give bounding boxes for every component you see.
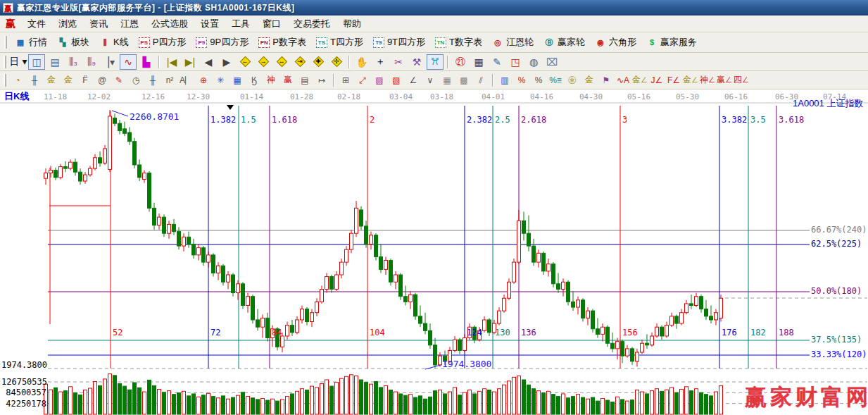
- toolbar-grip[interactable]: [4, 74, 6, 87]
- menu-item-1[interactable]: 文件: [21, 16, 52, 32]
- toolbar-button-period-day-dropdown[interactable]: 日 ▾: [10, 54, 27, 70]
- toolbar-button-notes[interactable]: ✎: [489, 54, 505, 70]
- toolbar-button-red-pen[interactable]: ✎: [111, 73, 127, 87]
- menu-item-10[interactable]: 帮助: [336, 16, 367, 32]
- toolbar-button-si-angle[interactable]: 四∠: [734, 73, 749, 87]
- toolbar-button-f-angle[interactable]: F∠: [666, 73, 681, 87]
- menu-item-9[interactable]: 交易委托: [287, 16, 336, 32]
- toolbar-button-j-angle[interactable]: J∠: [649, 73, 665, 87]
- toolbar-grip[interactable]: [4, 36, 7, 49]
- toolbar-button-k-quote[interactable]: Ӄ: [246, 73, 262, 87]
- menu-item-2[interactable]: 浏览: [52, 16, 83, 32]
- toolbar-button-grid-a[interactable]: ▦: [439, 73, 455, 87]
- toolbar-button-workstation[interactable]: ⌧: [543, 54, 560, 70]
- menu-item-3[interactable]: 资讯: [83, 16, 114, 32]
- toolbar-button-crosshair[interactable]: ＋: [372, 54, 389, 70]
- menu-item-4[interactable]: 江恩: [114, 16, 145, 32]
- toolbar-button-spiral[interactable]: @: [94, 73, 110, 87]
- kline-chart-area[interactable]: 赢家财富网 11-1812-0212-1612-3001-1401-2802-1…: [0, 89, 868, 415]
- toolbar-button-calculator[interactable]: ▦: [470, 54, 487, 70]
- toolbar-button-f-fence[interactable]: F̈: [77, 73, 93, 87]
- toolbar-button-scale-bars[interactable]: ▥: [497, 73, 512, 87]
- toolbar-button-blue-star[interactable]: ✳: [213, 73, 228, 87]
- toolbar-button-shen-angle[interactable]: 神∠: [700, 73, 715, 87]
- toolbar-button-next-bar[interactable]: ▶: [218, 54, 235, 70]
- toolbar-button-a-line[interactable]: A⎸: [179, 73, 194, 87]
- toolbar-button-analysis-brain[interactable]: ꕮ: [427, 54, 444, 70]
- toolbar-button-fence-2[interactable]: ╫: [145, 73, 161, 87]
- toolbar-button-ying-tool[interactable]: 赢: [280, 73, 296, 87]
- toolbar-button-quotes[interactable]: ▦行情: [10, 35, 52, 50]
- toolbar-button-overlay-lines[interactable]: ◫: [28, 54, 45, 70]
- toolbar-button-ruler-123[interactable]: ▤: [297, 73, 313, 87]
- toolbar-button-drawing-kit[interactable]: ⚒: [408, 54, 425, 70]
- toolbar-button-gold-fence-2[interactable]: 金: [61, 73, 76, 87]
- toolbar-button-shen-tool[interactable]: 神: [263, 73, 279, 87]
- toolbar-button-hatch[interactable]: ⫽: [473, 73, 489, 87]
- menu-item-5[interactable]: 公式选股: [145, 16, 194, 32]
- toolbar-button-calendar[interactable]: ㉑: [452, 54, 469, 70]
- toolbar-button-kline[interactable]: ⫼K线: [94, 35, 134, 50]
- toolbar-button-pct-levels[interactable]: %≡: [548, 73, 563, 87]
- toolbar-button-measure[interactable]: ✂: [390, 54, 407, 70]
- toolbar-button-purple-box[interactable]: ▨: [372, 73, 387, 87]
- toolbar-button-pct-plain[interactable]: %: [531, 73, 546, 87]
- toolbar-button-hexagon[interactable]: ◉六角形: [590, 35, 641, 50]
- toolbar-button-bars-3[interactable]: ⫼₃: [65, 54, 82, 70]
- toolbar-button-winner-service[interactable]: $赢家服务: [641, 35, 702, 50]
- toolbar-button-p-number-table[interactable]: PNP数字表: [253, 35, 311, 50]
- toolbar-button-gold-fence-1[interactable]: 金: [44, 73, 59, 87]
- toolbar-button-ying-angle[interactable]: 赢∠: [717, 73, 732, 87]
- toolbar-button-red-target[interactable]: ⊕: [196, 73, 211, 87]
- window-menu-icon[interactable]: 赢: [3, 18, 21, 30]
- toolbar-button-time-clock[interactable]: ◷: [128, 73, 144, 87]
- toolbar-button-sectors[interactable]: ▚板块: [52, 35, 94, 50]
- candlestick-chart[interactable]: [0, 89, 868, 415]
- toolbar-button-grid-b[interactable]: ▩: [456, 73, 472, 87]
- toolbar-button-red-box[interactable]: ▧: [389, 73, 404, 87]
- toolbar-button-fence-1[interactable]: ╫: [27, 73, 42, 87]
- toolbar-button-gann-wheel[interactable]: ◎江恩轮: [487, 35, 539, 50]
- toolbar-grip[interactable]: [4, 56, 6, 68]
- toolbar-button-p-square[interactable]: PSP四方形: [134, 35, 191, 50]
- toolbar-button-blue-grid[interactable]: ▦: [229, 73, 245, 87]
- toolbar-button-network-data[interactable]: ◍: [525, 54, 542, 70]
- toolbar-button-wave-a[interactable]: ∿A: [615, 73, 631, 87]
- toolbar-button-pct-red[interactable]: %: [514, 73, 529, 87]
- toolbar-button-zoom-in-cross[interactable]: ✚: [310, 54, 327, 70]
- toolbar-button-flag-pen[interactable]: ⚑: [598, 73, 614, 87]
- toolbar-button-prev-bar[interactable]: ◀: [200, 54, 217, 70]
- toolbar-button-last-bar[interactable]: ▶|: [182, 54, 199, 70]
- toolbar-button-pin-box[interactable]: ⊞: [338, 73, 353, 87]
- toolbar-button-n-squared[interactable]: n²: [162, 73, 177, 87]
- toolbar-button-gold-angle-1[interactable]: 金∠: [632, 73, 648, 87]
- toolbar-button-9p-square[interactable]: P99P四方形: [191, 35, 253, 50]
- toolbar-button-red-fan[interactable]: ⤢: [355, 73, 370, 87]
- menu-item-6[interactable]: 设置: [194, 16, 225, 32]
- menu-item-7[interactable]: 工具: [225, 16, 256, 32]
- toolbar-button-shift-right[interactable]: →: [255, 54, 272, 70]
- toolbar-button-winner-wheel[interactable]: Ⓑ赢家轮: [539, 35, 590, 50]
- toolbar-button-gold-circle[interactable]: ㊎: [565, 73, 580, 87]
- toolbar-button-bars-9[interactable]: ⫼₉: [83, 54, 100, 70]
- toolbar-button-color-histogram[interactable]: ▙: [138, 54, 155, 70]
- toolbar-button-angle-lines[interactable]: ∠: [405, 73, 421, 87]
- toolbar-button-9t-square[interactable]: T99T四方形: [368, 35, 430, 50]
- toolbar-button-shift-left[interactable]: ←: [237, 54, 253, 70]
- toolbar-button-hand-drag[interactable]: ✋: [353, 54, 370, 70]
- toolbar-button-span-arrows[interactable]: ↦: [314, 73, 329, 87]
- toolbar-button-first-bar[interactable]: |◀: [163, 54, 180, 70]
- toolbar-button-t-number-table[interactable]: TNT数字表: [430, 35, 487, 50]
- toolbar-button-zigzag-tool[interactable]: ∿: [120, 54, 137, 70]
- toolbar-button-info-panel[interactable]: ▤: [46, 54, 63, 70]
- toolbar-button-expand-horizontal[interactable]: ↔: [273, 54, 290, 70]
- toolbar-button-candle-style-dropdown[interactable]: ⎥▾: [101, 54, 118, 70]
- toolbar-button-gold-levels[interactable]: 金: [581, 73, 597, 87]
- toolbar-button-zoom-out-cross[interactable]: ✢: [328, 54, 345, 70]
- toolbar-button-gold-angle-2[interactable]: 金∠: [683, 73, 698, 87]
- toolbar-button-save[interactable]: ◳: [507, 54, 524, 70]
- toolbar-button-compress-horizontal[interactable]: ⇥: [291, 54, 308, 70]
- toolbar-button-t-square[interactable]: TST四方形: [311, 35, 368, 50]
- menu-item-8[interactable]: 窗口: [256, 16, 287, 32]
- toolbar-button-v-lines[interactable]: ∨: [422, 73, 438, 87]
